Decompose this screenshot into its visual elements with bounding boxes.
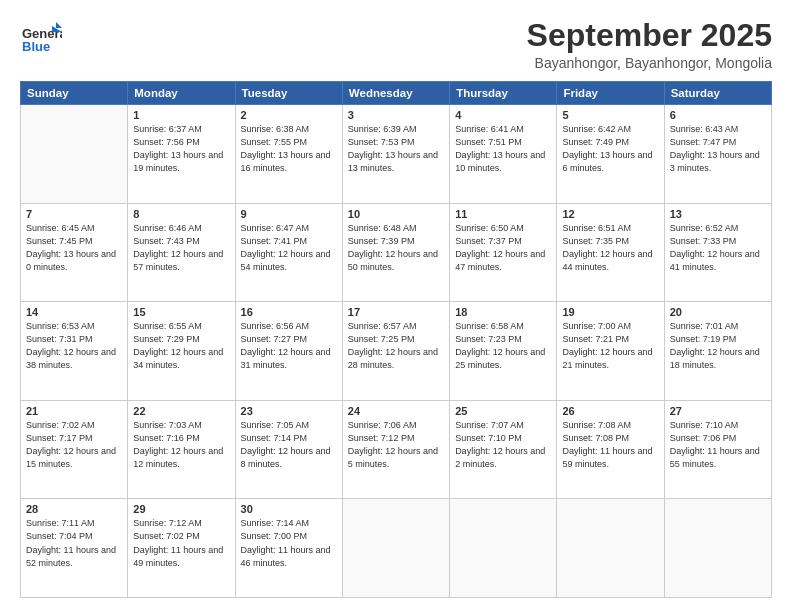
calendar-cell: 17 Sunrise: 6:57 AMSunset: 7:25 PMDaylig… — [342, 302, 449, 401]
calendar-cell — [557, 499, 664, 598]
cell-details: Sunrise: 6:57 AMSunset: 7:25 PMDaylight:… — [348, 320, 444, 372]
cell-details: Sunrise: 6:41 AMSunset: 7:51 PMDaylight:… — [455, 123, 551, 175]
day-number: 3 — [348, 109, 444, 121]
cell-details: Sunrise: 6:51 AMSunset: 7:35 PMDaylight:… — [562, 222, 658, 274]
logo-icon: General Blue — [20, 18, 62, 64]
day-number: 1 — [133, 109, 229, 121]
day-number: 5 — [562, 109, 658, 121]
calendar-cell: 15 Sunrise: 6:55 AMSunset: 7:29 PMDaylig… — [128, 302, 235, 401]
title-block: September 2025 Bayanhongor, Bayanhongor,… — [527, 18, 772, 71]
cell-details: Sunrise: 6:47 AMSunset: 7:41 PMDaylight:… — [241, 222, 337, 274]
cell-details: Sunrise: 6:58 AMSunset: 7:23 PMDaylight:… — [455, 320, 551, 372]
calendar-cell: 9 Sunrise: 6:47 AMSunset: 7:41 PMDayligh… — [235, 203, 342, 302]
day-number: 8 — [133, 208, 229, 220]
cell-details: Sunrise: 7:07 AMSunset: 7:10 PMDaylight:… — [455, 419, 551, 471]
header-tuesday: Tuesday — [235, 82, 342, 105]
day-number: 14 — [26, 306, 122, 318]
calendar-cell — [450, 499, 557, 598]
calendar-cell: 7 Sunrise: 6:45 AMSunset: 7:45 PMDayligh… — [21, 203, 128, 302]
logo: General Blue — [20, 18, 62, 64]
calendar-cell: 22 Sunrise: 7:03 AMSunset: 7:16 PMDaylig… — [128, 400, 235, 499]
cell-details: Sunrise: 6:45 AMSunset: 7:45 PMDaylight:… — [26, 222, 122, 274]
calendar-cell: 6 Sunrise: 6:43 AMSunset: 7:47 PMDayligh… — [664, 105, 771, 204]
calendar-cell: 1 Sunrise: 6:37 AMSunset: 7:56 PMDayligh… — [128, 105, 235, 204]
day-number: 25 — [455, 405, 551, 417]
header-monday: Monday — [128, 82, 235, 105]
calendar-cell: 20 Sunrise: 7:01 AMSunset: 7:19 PMDaylig… — [664, 302, 771, 401]
cell-details: Sunrise: 7:05 AMSunset: 7:14 PMDaylight:… — [241, 419, 337, 471]
day-number: 2 — [241, 109, 337, 121]
calendar-cell: 24 Sunrise: 7:06 AMSunset: 7:12 PMDaylig… — [342, 400, 449, 499]
calendar-cell — [21, 105, 128, 204]
calendar-cell: 4 Sunrise: 6:41 AMSunset: 7:51 PMDayligh… — [450, 105, 557, 204]
cell-details: Sunrise: 7:00 AMSunset: 7:21 PMDaylight:… — [562, 320, 658, 372]
calendar-cell: 30 Sunrise: 7:14 AMSunset: 7:00 PMDaylig… — [235, 499, 342, 598]
day-number: 28 — [26, 503, 122, 515]
day-number: 10 — [348, 208, 444, 220]
day-number: 29 — [133, 503, 229, 515]
page: General Blue September 2025 Bayanhongor,… — [0, 0, 792, 612]
day-number: 12 — [562, 208, 658, 220]
calendar-week-row: 7 Sunrise: 6:45 AMSunset: 7:45 PMDayligh… — [21, 203, 772, 302]
cell-details: Sunrise: 6:56 AMSunset: 7:27 PMDaylight:… — [241, 320, 337, 372]
day-number: 22 — [133, 405, 229, 417]
calendar-table: Sunday Monday Tuesday Wednesday Thursday… — [20, 81, 772, 598]
weekday-header-row: Sunday Monday Tuesday Wednesday Thursday… — [21, 82, 772, 105]
svg-marker-3 — [56, 22, 62, 28]
cell-details: Sunrise: 7:02 AMSunset: 7:17 PMDaylight:… — [26, 419, 122, 471]
calendar-cell: 26 Sunrise: 7:08 AMSunset: 7:08 PMDaylig… — [557, 400, 664, 499]
header-sunday: Sunday — [21, 82, 128, 105]
calendar-week-row: 21 Sunrise: 7:02 AMSunset: 7:17 PMDaylig… — [21, 400, 772, 499]
cell-details: Sunrise: 6:48 AMSunset: 7:39 PMDaylight:… — [348, 222, 444, 274]
calendar-cell: 5 Sunrise: 6:42 AMSunset: 7:49 PMDayligh… — [557, 105, 664, 204]
day-number: 11 — [455, 208, 551, 220]
cell-details: Sunrise: 6:53 AMSunset: 7:31 PMDaylight:… — [26, 320, 122, 372]
day-number: 20 — [670, 306, 766, 318]
calendar-cell: 13 Sunrise: 6:52 AMSunset: 7:33 PMDaylig… — [664, 203, 771, 302]
cell-details: Sunrise: 7:14 AMSunset: 7:00 PMDaylight:… — [241, 517, 337, 569]
day-number: 16 — [241, 306, 337, 318]
cell-details: Sunrise: 6:46 AMSunset: 7:43 PMDaylight:… — [133, 222, 229, 274]
calendar-cell: 29 Sunrise: 7:12 AMSunset: 7:02 PMDaylig… — [128, 499, 235, 598]
calendar-cell: 11 Sunrise: 6:50 AMSunset: 7:37 PMDaylig… — [450, 203, 557, 302]
calendar-cell: 3 Sunrise: 6:39 AMSunset: 7:53 PMDayligh… — [342, 105, 449, 204]
calendar-cell: 10 Sunrise: 6:48 AMSunset: 7:39 PMDaylig… — [342, 203, 449, 302]
cell-details: Sunrise: 7:12 AMSunset: 7:02 PMDaylight:… — [133, 517, 229, 569]
day-number: 23 — [241, 405, 337, 417]
cell-details: Sunrise: 7:06 AMSunset: 7:12 PMDaylight:… — [348, 419, 444, 471]
cell-details: Sunrise: 6:37 AMSunset: 7:56 PMDaylight:… — [133, 123, 229, 175]
header: General Blue September 2025 Bayanhongor,… — [20, 18, 772, 71]
day-number: 15 — [133, 306, 229, 318]
calendar-cell: 19 Sunrise: 7:00 AMSunset: 7:21 PMDaylig… — [557, 302, 664, 401]
calendar-week-row: 1 Sunrise: 6:37 AMSunset: 7:56 PMDayligh… — [21, 105, 772, 204]
calendar-week-row: 28 Sunrise: 7:11 AMSunset: 7:04 PMDaylig… — [21, 499, 772, 598]
header-wednesday: Wednesday — [342, 82, 449, 105]
calendar-cell: 2 Sunrise: 6:38 AMSunset: 7:55 PMDayligh… — [235, 105, 342, 204]
day-number: 27 — [670, 405, 766, 417]
day-number: 4 — [455, 109, 551, 121]
cell-details: Sunrise: 7:08 AMSunset: 7:08 PMDaylight:… — [562, 419, 658, 471]
day-number: 24 — [348, 405, 444, 417]
svg-text:Blue: Blue — [22, 39, 50, 54]
day-number: 21 — [26, 405, 122, 417]
cell-details: Sunrise: 6:39 AMSunset: 7:53 PMDaylight:… — [348, 123, 444, 175]
calendar-cell: 25 Sunrise: 7:07 AMSunset: 7:10 PMDaylig… — [450, 400, 557, 499]
header-friday: Friday — [557, 82, 664, 105]
day-number: 18 — [455, 306, 551, 318]
calendar-cell: 8 Sunrise: 6:46 AMSunset: 7:43 PMDayligh… — [128, 203, 235, 302]
calendar-cell: 21 Sunrise: 7:02 AMSunset: 7:17 PMDaylig… — [21, 400, 128, 499]
cell-details: Sunrise: 7:03 AMSunset: 7:16 PMDaylight:… — [133, 419, 229, 471]
day-number: 9 — [241, 208, 337, 220]
day-number: 26 — [562, 405, 658, 417]
day-number: 30 — [241, 503, 337, 515]
cell-details: Sunrise: 6:50 AMSunset: 7:37 PMDaylight:… — [455, 222, 551, 274]
cell-details: Sunrise: 6:43 AMSunset: 7:47 PMDaylight:… — [670, 123, 766, 175]
cell-details: Sunrise: 7:11 AMSunset: 7:04 PMDaylight:… — [26, 517, 122, 569]
calendar-cell — [664, 499, 771, 598]
day-number: 19 — [562, 306, 658, 318]
calendar-cell: 14 Sunrise: 6:53 AMSunset: 7:31 PMDaylig… — [21, 302, 128, 401]
cell-details: Sunrise: 6:55 AMSunset: 7:29 PMDaylight:… — [133, 320, 229, 372]
cell-details: Sunrise: 6:52 AMSunset: 7:33 PMDaylight:… — [670, 222, 766, 274]
calendar-cell: 28 Sunrise: 7:11 AMSunset: 7:04 PMDaylig… — [21, 499, 128, 598]
cell-details: Sunrise: 7:10 AMSunset: 7:06 PMDaylight:… — [670, 419, 766, 471]
